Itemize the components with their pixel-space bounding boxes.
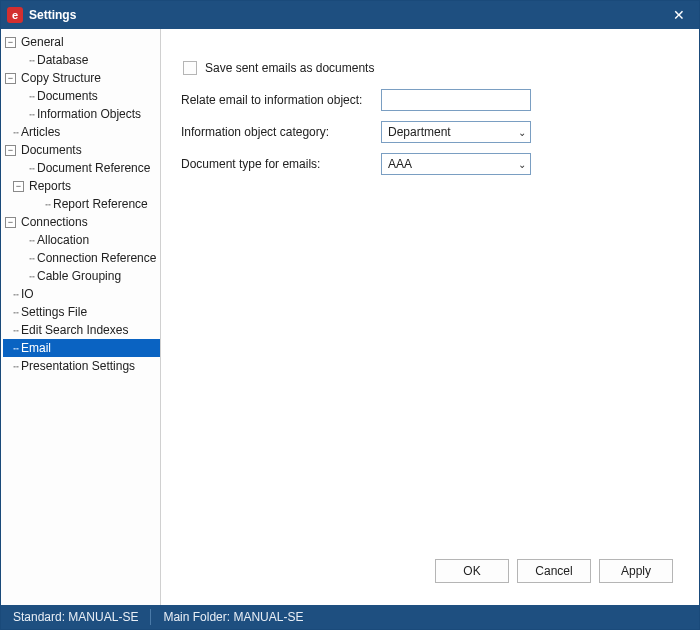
dialog-buttons: OK Cancel Apply xyxy=(181,549,679,595)
tree-item-report-reference[interactable]: ⋯Report Reference xyxy=(3,195,160,213)
tree-item-connections[interactable]: −Connections xyxy=(3,213,160,231)
tree-item-reports[interactable]: −Reports xyxy=(3,177,160,195)
settings-dialog: e Settings ✕ −General ⋯Database −Copy St… xyxy=(0,0,700,630)
info-object-category-select[interactable]: Department ⌄ xyxy=(381,121,531,143)
relate-email-input[interactable] xyxy=(381,89,531,111)
tree-item-cs-info-objects[interactable]: ⋯Information Objects xyxy=(3,105,160,123)
settings-content: Save sent emails as documents Relate ema… xyxy=(161,29,699,605)
tree-item-articles[interactable]: ⋯Articles xyxy=(3,123,160,141)
chevron-down-icon: ⌄ xyxy=(518,159,526,170)
tree-item-cable-grouping[interactable]: ⋯Cable Grouping xyxy=(3,267,160,285)
tree-item-documents[interactable]: −Documents xyxy=(3,141,160,159)
save-sent-emails-checkbox[interactable] xyxy=(183,61,197,75)
chevron-down-icon: ⌄ xyxy=(518,127,526,138)
tree-item-connection-reference[interactable]: ⋯Connection Reference xyxy=(3,249,160,267)
document-type-value: AAA xyxy=(388,157,412,171)
tree-item-email[interactable]: ⋯Email xyxy=(3,339,160,357)
status-main-folder: Main Folder: MANUAL-SE xyxy=(151,605,315,629)
relate-email-label: Relate email to information object: xyxy=(181,93,381,107)
cancel-button[interactable]: Cancel xyxy=(517,559,591,583)
status-bar: Standard: MANUAL-SE Main Folder: MANUAL-… xyxy=(1,605,699,629)
document-type-label: Document type for emails: xyxy=(181,157,381,171)
tree-item-edit-search-indexes[interactable]: ⋯Edit Search Indexes xyxy=(3,321,160,339)
tree-item-general[interactable]: −General xyxy=(3,33,160,51)
app-icon: e xyxy=(7,7,23,23)
collapse-icon[interactable]: − xyxy=(5,145,16,156)
collapse-icon[interactable]: − xyxy=(5,217,16,228)
status-standard: Standard: MANUAL-SE xyxy=(1,605,150,629)
nav-tree: −General ⋯Database −Copy Structure ⋯Docu… xyxy=(1,29,161,605)
tree-item-io[interactable]: ⋯IO xyxy=(3,285,160,303)
collapse-icon[interactable]: − xyxy=(5,73,16,84)
tree-item-settings-file[interactable]: ⋯Settings File xyxy=(3,303,160,321)
tree-item-copy-structure[interactable]: −Copy Structure xyxy=(3,69,160,87)
save-sent-emails-label: Save sent emails as documents xyxy=(205,61,374,75)
collapse-icon[interactable]: − xyxy=(13,181,24,192)
collapse-icon[interactable]: − xyxy=(5,37,16,48)
info-object-category-label: Information object category: xyxy=(181,125,381,139)
ok-button[interactable]: OK xyxy=(435,559,509,583)
tree-item-cs-documents[interactable]: ⋯Documents xyxy=(3,87,160,105)
info-object-category-value: Department xyxy=(388,125,451,139)
document-type-select[interactable]: AAA ⌄ xyxy=(381,153,531,175)
tree-item-database[interactable]: ⋯Database xyxy=(3,51,160,69)
title-bar: e Settings ✕ xyxy=(1,1,699,29)
window-title: Settings xyxy=(29,8,76,22)
close-icon[interactable]: ✕ xyxy=(665,5,693,25)
tree-item-allocation[interactable]: ⋯Allocation xyxy=(3,231,160,249)
tree-item-doc-reference[interactable]: ⋯Document Reference xyxy=(3,159,160,177)
apply-button[interactable]: Apply xyxy=(599,559,673,583)
tree-item-presentation-settings[interactable]: ⋯Presentation Settings xyxy=(3,357,160,375)
